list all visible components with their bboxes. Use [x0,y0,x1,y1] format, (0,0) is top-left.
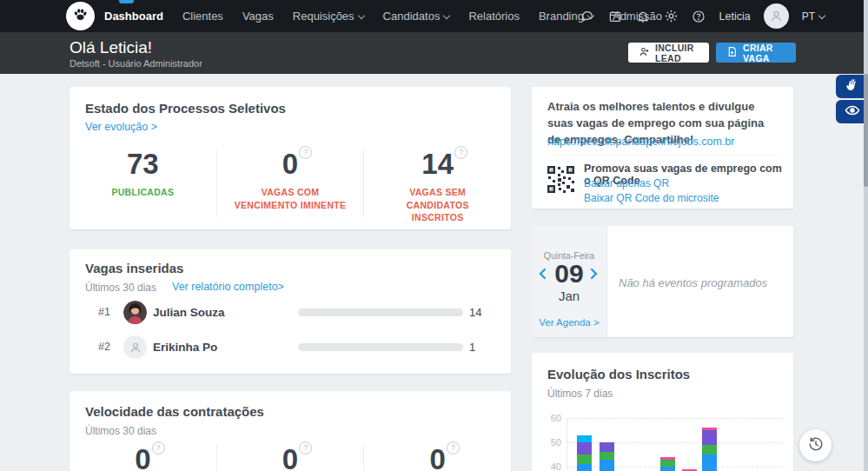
job-bar-value: 1 [469,341,475,354]
job-row-1: #1 Julian Souza 14 [70,301,511,325]
bar-segment-purple [577,442,592,454]
process-stats-row: 73 PUBLICADAS 0? VAGAS COM VENCIMENTO IM… [70,149,511,217]
history-clock-icon [808,436,824,455]
share-jobs-card: Atraia os melhores talentos e divulgue s… [532,87,793,209]
bar-segment-blue [660,467,675,471]
y-axis-tick: 50 [540,437,561,448]
see-agenda-link[interactable]: Ver Agenda > [532,317,606,328]
gear-icon[interactable] [664,9,679,23]
recruiter-name: Erikinha Po [153,341,217,354]
bar-segment-blue [702,454,717,471]
full-report-link[interactable]: Ver relatório completo> [172,281,284,293]
next-day-chevron-icon[interactable] [590,268,600,280]
greeting-title: Olá Leticia! [70,38,152,57]
stat-value: 0? [135,445,150,471]
eye-icon [845,103,860,122]
page-scrollbar-track[interactable] [864,0,868,471]
bar-segment-green [577,454,592,464]
help-icon[interactable] [692,9,706,23]
page-scrollbar-thumb[interactable] [864,74,868,187]
avatar[interactable] [764,3,789,29]
card-subtitle: Últimos 7 dias [547,388,613,400]
job-bar-value: 14 [469,306,481,319]
paw-icon [71,5,89,27]
help-icon[interactable]: ? [152,441,165,454]
help-icon[interactable]: ? [454,146,467,159]
greeting-subtitle: Detsoft - Usuário Administrador [70,58,202,69]
bell-icon[interactable] [636,9,651,23]
bar-segment-green [660,460,675,467]
microsite-url-link[interactable]: https://detsoft.pandape.infojobs.com.br [547,136,734,148]
chevron-down-icon [443,12,450,19]
top-navbar: Dashboard Clientes Vagas Requisições Can… [0,0,868,32]
card-subtitle: Últimos 30 dias [85,425,156,437]
speed-stat-2: 0?↓0% [216,445,364,471]
job-bar-track [298,308,463,316]
download-qr-microsite-link[interactable]: Baixar QR Code do microsite [584,192,719,204]
nav-item-clientes[interactable]: Clientes [182,10,223,23]
rank-label: #2 [98,341,110,353]
hiring-speed-card: Velocidade das contratações Últimos 30 d… [70,391,511,471]
no-events-message: Não há eventos programados [619,276,784,289]
nav-item-candidatos[interactable]: Candidatos [383,10,450,23]
divider [547,155,778,156]
card-title: Vagas inseridas [85,261,183,275]
card-title: Evolução dos Inscritos [547,367,690,381]
nav-item-vagas[interactable]: Vagas [242,10,274,23]
history-button[interactable] [799,429,832,461]
nav-item-dashboard[interactable]: Dashboard [104,10,163,23]
stat-value: 0?↓1 [430,445,446,471]
include-lead-button[interactable]: INCLUIR LEAD [628,43,709,63]
speed-stat-3: 0?↓1 [363,445,511,471]
stat-label: VAGAS COM VENCIMENTO IMINENTE [233,186,348,211]
gridline [567,418,785,419]
stat-published: 73 PUBLICADAS [70,149,216,217]
stacked-bar-day7 [702,428,717,471]
help-icon[interactable]: ? [447,441,460,454]
stat-no-candidates: 14? VAGAS SEM CANDIDATOS INSCRITOS [363,149,511,217]
agenda-date-panel: Quinta-Feira 09 Jan Ver Agenda > [532,226,607,337]
bar-segment-cyan [577,435,592,442]
see-evolution-link[interactable]: Ver evolução > [85,121,157,133]
nav-item-requisicoes[interactable]: Requisições [293,10,364,23]
chevron-down-icon [357,12,364,19]
download-qr-link[interactable]: Baixar apenas QR [584,177,669,189]
avatar-julian [123,301,147,324]
stacked-bar-day1 [577,435,592,471]
user-name: Leticia [719,10,751,23]
stacked-bar-day2 [600,442,614,471]
navbar-right-cluster: Leticia PT [580,0,825,32]
y-axis-tick: 60 [540,413,561,423]
stat-value: 0?↓0% [282,445,298,471]
nav-item-relatorios[interactable]: Relatórios [468,10,520,23]
stat-expiring: 0? VAGAS COM VENCIMENTO IMINENTE [216,149,364,217]
page-header: Olá Leticia! Detsoft - Usuário Administr… [0,32,868,74]
bar-segment-purple [702,430,717,445]
job-row-2: #2 Erikinha Po 1 [70,335,511,360]
document-plus-icon [726,46,738,59]
help-icon[interactable]: ? [299,146,312,159]
agenda-month: Jan [532,289,606,303]
subscribers-chart: 60504030 [540,408,788,471]
language-selector[interactable]: PT [802,10,825,23]
pandape-logo[interactable] [66,2,95,30]
stat-label: PUBLICADAS [111,186,174,199]
chat-icon[interactable] [580,9,595,23]
stat-value: 0? [282,149,298,178]
bar-segment-blue [600,460,614,471]
chevron-down-icon [818,11,825,18]
card-title: Estado dos Processos Seletivos [85,101,286,116]
agenda-card: Quinta-Feira 09 Jan Ver Agenda > Não há … [532,226,793,337]
recruiter-name: Julian Souza [153,306,225,319]
calendar-icon[interactable] [608,9,623,23]
rank-label: #1 [98,306,110,318]
stat-value: 14? [421,149,454,178]
speed-stat-1: 0? [70,445,216,471]
create-job-button[interactable]: CRIAR VAGA [716,43,796,63]
bar-segment-green [702,445,717,454]
bar-segment-green [600,452,614,459]
avatar-placeholder [123,335,147,359]
help-icon[interactable]: ? [299,441,312,454]
stat-label: VAGAS SEM CANDIDATOS INSCRITOS [380,186,495,224]
job-bar-track [298,343,463,351]
